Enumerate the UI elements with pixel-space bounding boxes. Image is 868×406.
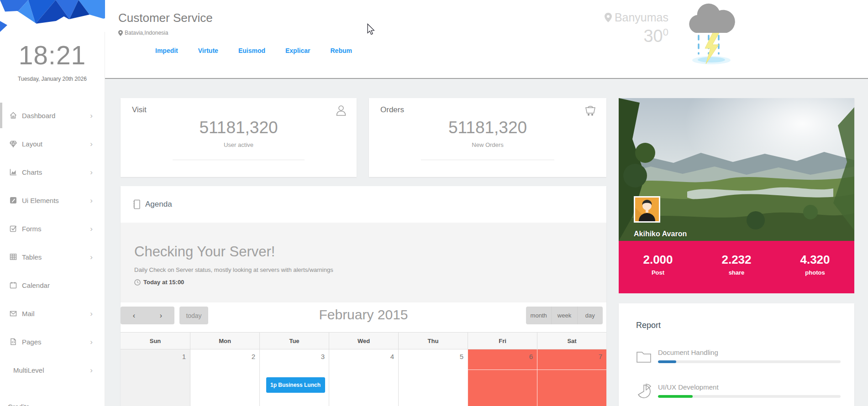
day-header-sat: Sat	[537, 333, 606, 349]
nav-link-impedit[interactable]: Impedit	[155, 47, 178, 54]
app-logo	[0, 0, 105, 32]
calendar-view-week-button[interactable]: week	[552, 307, 577, 324]
calendar-view-day-button[interactable]: day	[578, 307, 603, 324]
divider	[173, 160, 305, 160]
sidebar-item-calendar[interactable]: Calendar	[0, 271, 105, 299]
chevron-right-icon: ›	[90, 366, 93, 374]
chevron-right-icon: ›	[90, 253, 93, 261]
weather-temperature: 300	[643, 26, 668, 46]
chevron-right-icon: ›	[90, 197, 93, 204]
visit-value: 51181,320	[121, 118, 357, 137]
orders-card-title: Orders	[380, 105, 404, 115]
nav-link-explicar[interactable]: Explicar	[285, 47, 310, 54]
stat-post: 2.000 Post	[619, 241, 697, 293]
sidebar-item-tables[interactable]: Tables ›	[0, 243, 105, 271]
profile-stats-bar: 2.000 Post 2.232 share 4.320 photos	[619, 241, 854, 293]
chevron-right-icon: ›	[90, 310, 93, 318]
profile-name: Akihiko Avaron	[634, 230, 687, 238]
progress-fill	[658, 395, 693, 398]
folder-icon	[636, 349, 652, 365]
header-nav: Impedit Virtute Euismod Explicar Rebum	[155, 47, 352, 54]
diamond-icon	[9, 140, 17, 148]
report-item-label: Document Handling	[658, 349, 841, 356]
sidebar-item-label: MultiLevel	[13, 366, 44, 374]
chevron-right-icon: ›	[90, 338, 93, 346]
calendar-cell-7[interactable]: 7	[537, 349, 606, 406]
sidebar-menu: Dashboard › Layout › Charts › Ui Element…	[0, 101, 105, 406]
report-card: Report Document Handling UI/UX Developme…	[619, 303, 854, 406]
stat-share-value: 2.232	[697, 253, 776, 267]
sidebar-item-pages[interactable]: Pages ›	[0, 328, 105, 356]
sidebar-item-label: Dashboard	[22, 112, 55, 120]
top-header: Customer Service Batavia,Indonesia Imped…	[105, 0, 868, 79]
sidebar-item-label: Mail	[22, 310, 35, 318]
calendar-cell-6[interactable]: 6	[468, 349, 537, 406]
progress-track	[658, 360, 841, 363]
progress-track	[658, 395, 841, 398]
area-chart-icon	[9, 168, 17, 176]
weather-city-text: Banyumas	[615, 11, 668, 24]
sidebar-item-forms[interactable]: Forms ›	[0, 214, 105, 243]
calendar-event-business-lunch[interactable]: 1p Business Lunch	[266, 377, 325, 393]
visit-card: Visit 51181,320 User active	[121, 98, 357, 177]
weather-city: Banyumas	[605, 11, 668, 24]
nav-link-rebum[interactable]: Rebum	[330, 47, 352, 54]
divider	[421, 160, 554, 160]
sidebar-item-dashboard[interactable]: Dashboard ›	[0, 101, 105, 130]
stat-photos-value: 4.320	[776, 253, 854, 267]
stat-share-label: share	[697, 269, 776, 276]
orders-caption: New Orders	[369, 141, 606, 148]
stat-post-label: Post	[619, 269, 697, 276]
calendar-cell-4[interactable]: 4	[329, 349, 398, 406]
visit-card-title: Visit	[132, 105, 147, 115]
stat-photos: 4.320 photos	[776, 241, 854, 293]
avatar[interactable]	[634, 196, 660, 223]
chevron-right-icon: ›	[90, 168, 93, 176]
page-location: Batavia,Indonesia	[118, 30, 168, 36]
orders-card: Orders 51181,320 New Orders	[369, 98, 606, 177]
sidebar-item-charts[interactable]: Charts ›	[0, 158, 105, 186]
progress-fill	[658, 360, 676, 363]
mouse-cursor	[367, 23, 375, 36]
file-code-icon	[9, 338, 17, 346]
cart-icon	[584, 104, 596, 116]
visit-caption: User active	[121, 141, 357, 148]
clock-date: Tuesday, January 20th 2026	[0, 76, 105, 82]
calendar-cell-1[interactable]: 1	[121, 349, 190, 406]
day-header-tue: Tue	[259, 333, 329, 349]
calendar-cell-3[interactable]: 3 1p Business Lunch	[259, 349, 329, 406]
sidebar-item-label: Layout	[22, 140, 42, 148]
clock-icon	[134, 279, 141, 286]
calendar-cell-5[interactable]: 5	[398, 349, 468, 406]
sidebar-item-ui-elements[interactable]: Ui Elements ›	[0, 186, 105, 214]
sidebar-item-credits[interactable]: Credits	[0, 384, 105, 406]
agenda-headline: Checking Your Server!	[134, 244, 593, 260]
report-item-label: UI/UX Development	[658, 383, 841, 391]
sidebar-item-label: Pages	[22, 338, 42, 346]
profile-card: Akihiko Avaron	[619, 98, 854, 241]
nav-link-euismod[interactable]: Euismod	[238, 47, 265, 54]
sidebar-item-multilevel[interactable]: MultiLevel ›	[0, 356, 105, 384]
sidebar-item-label: Forms	[22, 225, 42, 233]
agenda-body: Checking Your Server! Daily Check on Ser…	[121, 223, 606, 302]
day-header-sun: Sun	[121, 333, 190, 349]
page-title: Customer Service	[118, 11, 213, 25]
day-header-fri: Fri	[468, 333, 537, 349]
check-square-icon	[9, 224, 17, 233]
calendar-grid: 1 2 3 1p Business Lunch 4 5 6 7	[121, 349, 606, 406]
chevron-right-icon: ›	[90, 112, 93, 120]
report-item-uiux-development: UI/UX Development	[636, 383, 841, 400]
nav-link-virtute[interactable]: Virtute	[198, 47, 218, 54]
calendar-view-month-button[interactable]: month	[526, 307, 552, 324]
location-text: Batavia,Indonesia	[125, 30, 168, 36]
sidebar-item-mail[interactable]: Mail ›	[0, 299, 105, 328]
table-icon	[9, 253, 17, 261]
envelope-icon	[9, 309, 17, 318]
home-icon	[9, 111, 17, 120]
avatar-image	[635, 198, 659, 221]
day-header-wed: Wed	[329, 333, 398, 349]
calendar-cell-2[interactable]: 2	[190, 349, 259, 406]
sidebar-item-layout[interactable]: Layout ›	[0, 130, 105, 158]
agenda-header: Agenda	[121, 186, 606, 223]
main-content: Visit 51181,320 User active Orders 51181…	[105, 79, 868, 406]
